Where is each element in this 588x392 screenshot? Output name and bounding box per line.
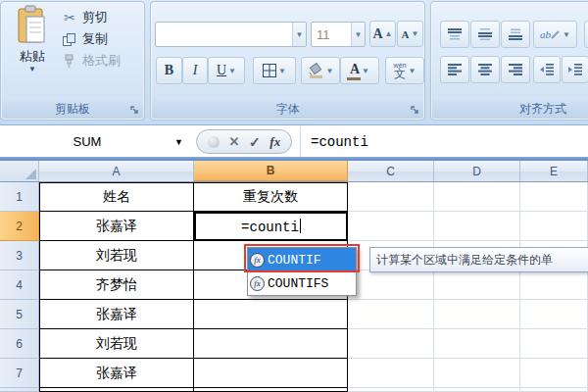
- cell-c5[interactable]: [348, 300, 434, 329]
- cell-b8-partial[interactable]: [194, 388, 348, 392]
- format-painter-button[interactable]: 格式刷: [62, 50, 121, 72]
- cell-c2[interactable]: [348, 212, 434, 241]
- bold-button[interactable]: B: [156, 57, 182, 84]
- fill-color-button[interactable]: ▼: [301, 57, 340, 84]
- shrink-font-button[interactable]: A▼: [397, 21, 423, 47]
- row-header-7[interactable]: 7: [0, 359, 39, 388]
- row-header-8-partial[interactable]: [0, 388, 39, 392]
- font-group: ▼ 11 ▼ A▲ A▼ B I: [150, 1, 425, 121]
- phonetic-guide-button[interactable]: wén 文 ▼: [385, 57, 424, 84]
- name-box-dropdown-icon[interactable]: ▼: [174, 137, 192, 147]
- paste-dropdown-arrow[interactable]: ▼: [9, 66, 56, 73]
- decrease-indent-button[interactable]: [533, 56, 561, 83]
- cell-d4[interactable]: [434, 270, 520, 300]
- font-toggle-row: B I U ▼: [156, 57, 424, 84]
- align-middle-button[interactable]: [470, 21, 500, 48]
- row-header-2[interactable]: 2: [0, 212, 39, 241]
- cell-e8-partial[interactable]: [520, 388, 588, 392]
- cell-e1[interactable]: [520, 182, 588, 212]
- cell-d5[interactable]: [434, 300, 520, 329]
- cell-a8-partial[interactable]: [39, 388, 194, 392]
- cut-button[interactable]: ✂ 剪切: [62, 7, 121, 28]
- row-header-1[interactable]: 1: [0, 182, 39, 212]
- cell-d6[interactable]: [434, 329, 520, 359]
- column-header-c[interactable]: C: [348, 161, 434, 181]
- borders-dropdown-icon[interactable]: ▼: [278, 67, 286, 75]
- cell-a4[interactable]: 齐梦怡: [39, 270, 194, 300]
- cell-a1[interactable]: 姓名: [39, 182, 194, 212]
- cell-c1[interactable]: [348, 182, 434, 212]
- font-name-combo[interactable]: ▼: [155, 22, 307, 47]
- cell-c8-partial[interactable]: [348, 388, 434, 392]
- orientation-dropdown-icon[interactable]: ▼: [563, 30, 570, 39]
- align-top-button[interactable]: [440, 21, 469, 48]
- autocomplete-item-countif[interactable]: fx COUNTIF: [248, 248, 356, 271]
- insert-function-button[interactable]: fx: [270, 134, 280, 150]
- cell-b5[interactable]: [194, 300, 348, 329]
- clipboard-dialog-launcher-icon[interactable]: [129, 105, 140, 116]
- column-header-b[interactable]: B: [194, 161, 348, 181]
- autocomplete-item-countifs[interactable]: fx COUNTIFS: [248, 271, 356, 295]
- font-color-button[interactable]: A ▼: [340, 57, 379, 84]
- cell-a6[interactable]: 刘若现: [39, 329, 194, 359]
- borders-icon: [263, 64, 276, 77]
- fill-color-dropdown-icon[interactable]: ▼: [326, 67, 334, 75]
- cell-a2[interactable]: 张嘉译: [39, 212, 194, 241]
- font-color-dropdown-icon[interactable]: ▼: [362, 67, 369, 75]
- underline-button[interactable]: U ▼: [208, 57, 245, 84]
- align-center-button[interactable]: [470, 56, 500, 83]
- cell-e2[interactable]: [520, 212, 588, 241]
- borders-button[interactable]: ▼: [253, 57, 296, 84]
- paste-label: 粘贴: [9, 48, 56, 66]
- align-left-button[interactable]: [440, 56, 469, 83]
- cell-c6[interactable]: [348, 329, 434, 359]
- cell-d2[interactable]: [434, 212, 520, 241]
- phonetic-dropdown-icon[interactable]: ▼: [408, 67, 416, 75]
- font-name-dropdown-icon[interactable]: ▼: [292, 23, 306, 46]
- row-header-6[interactable]: 6: [0, 329, 39, 359]
- cell-b2-editing[interactable]: =counti: [194, 212, 348, 241]
- cell-b1[interactable]: 重复次数: [194, 182, 348, 212]
- copy-button[interactable]: 复制: [62, 28, 121, 50]
- cell-d8-partial[interactable]: [434, 388, 520, 392]
- increase-indent-button[interactable]: [562, 56, 588, 83]
- cell-e6[interactable]: [520, 329, 588, 359]
- horizontal-align-buttons: [440, 56, 530, 83]
- font-dialog-launcher-icon[interactable]: [410, 105, 420, 116]
- column-header-e[interactable]: E: [520, 161, 588, 181]
- align-bottom-button[interactable]: [501, 21, 530, 48]
- underline-dropdown-icon[interactable]: ▼: [228, 67, 236, 75]
- cell-b6[interactable]: [194, 329, 348, 359]
- align-bottom-icon: [508, 28, 523, 40]
- cell-d7[interactable]: [434, 359, 520, 388]
- cell-a7[interactable]: 张嘉译: [39, 359, 194, 388]
- cell-b7[interactable]: [194, 359, 348, 388]
- row-header-4[interactable]: 4: [0, 270, 39, 300]
- cell-e7[interactable]: [520, 359, 588, 388]
- column-header-a[interactable]: A: [39, 161, 194, 181]
- orientation-button[interactable]: ab ▼: [533, 21, 577, 48]
- cell-a3[interactable]: 刘若现: [39, 241, 194, 270]
- cell-a5[interactable]: 张嘉译: [39, 300, 194, 329]
- cell-c7[interactable]: [348, 359, 434, 388]
- name-box[interactable]: SUM: [0, 126, 174, 157]
- cell-c4[interactable]: [348, 270, 434, 300]
- font-size-dropdown-icon[interactable]: ▼: [351, 23, 365, 46]
- paste-button[interactable]: 粘贴 ▼: [9, 4, 56, 84]
- grow-font-button[interactable]: A▲: [369, 21, 396, 47]
- row-header-5[interactable]: 5: [0, 300, 39, 329]
- column-header-d[interactable]: D: [434, 161, 520, 181]
- cancel-button[interactable]: ✕: [228, 134, 239, 149]
- align-right-button[interactable]: [501, 56, 530, 83]
- enter-button[interactable]: ✓: [249, 134, 261, 150]
- table-row-partial: [0, 388, 588, 392]
- cell-d1[interactable]: [434, 182, 520, 212]
- select-all-corner[interactable]: [0, 161, 39, 181]
- wrap-text-button[interactable]: [584, 21, 588, 48]
- formula-input[interactable]: =counti: [300, 126, 588, 157]
- row-header-3[interactable]: 3: [0, 241, 39, 270]
- cell-e4[interactable]: [520, 270, 588, 300]
- font-size-combo[interactable]: 11 ▼: [311, 22, 366, 47]
- italic-button[interactable]: I: [182, 57, 208, 84]
- cell-e5[interactable]: [520, 300, 588, 329]
